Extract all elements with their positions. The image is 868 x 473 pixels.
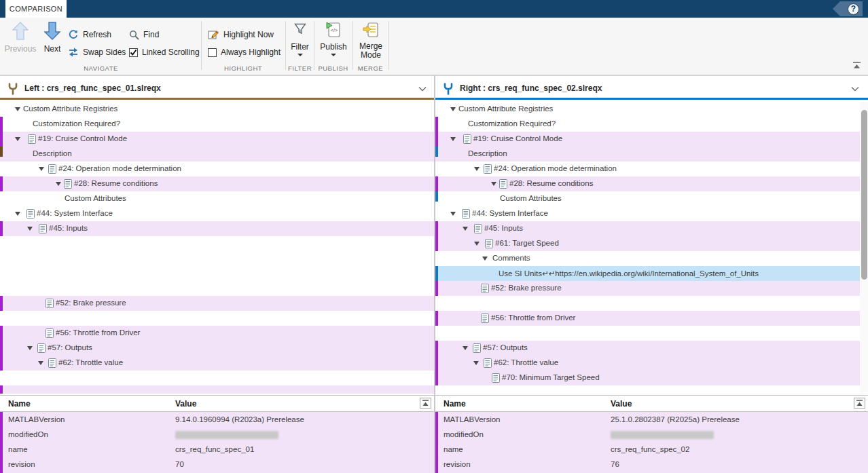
swap-sides-button[interactable]: Swap Sides xyxy=(68,46,126,58)
expander-icon[interactable] xyxy=(474,242,480,246)
tree-row[interactable]: #19: Cruise Control Mode xyxy=(435,132,860,147)
always-highlight-checkbox[interactable]: Always Highlight xyxy=(208,46,281,58)
expander-icon[interactable] xyxy=(15,137,20,141)
tree-row[interactable]: Use SI Units↵↵https://en.wikipedia.org/w… xyxy=(435,266,860,281)
collapse-properties-button[interactable] xyxy=(420,398,431,409)
tree-row[interactable]: #56: Throttle from Driver xyxy=(0,326,434,341)
expander-icon[interactable] xyxy=(450,212,456,216)
tree-row[interactable]: Custom Attribute Registries xyxy=(435,102,860,117)
previous-button[interactable]: Previous xyxy=(4,22,37,69)
property-row[interactable]: modifiedOn xyxy=(438,428,868,442)
property-row[interactable]: revision70 xyxy=(3,457,434,472)
purple-change-marker xyxy=(0,221,3,236)
tree-row[interactable]: #62: Throttle value xyxy=(0,356,434,371)
expander-icon[interactable] xyxy=(27,227,33,231)
tree-row[interactable]: #28: Resume conditions xyxy=(0,176,434,191)
refresh-button[interactable]: Refresh xyxy=(68,29,111,41)
merge-mode-button[interactable]: Merge Mode xyxy=(353,22,388,69)
tree-row[interactable]: Custom Attributes xyxy=(435,191,860,206)
tree-row[interactable]: #19: Cruise Control Mode xyxy=(0,132,434,147)
expander-icon[interactable] xyxy=(482,257,488,261)
tree-row-label: #28: Resume conditions xyxy=(74,179,158,187)
left-pane-header[interactable]: Left : crs_req_func_spec_01.slreqx xyxy=(0,79,434,100)
property-value: crs_req_func_spec_02 xyxy=(611,445,689,453)
expander-icon[interactable] xyxy=(463,346,468,350)
expander-icon[interactable] xyxy=(15,212,20,216)
tab-comparison[interactable]: COMPARISON xyxy=(5,0,67,18)
tree-row-label: #62: Throttle value xyxy=(58,358,123,366)
expander-icon[interactable] xyxy=(56,182,61,186)
tree-row[interactable]: #57: Outputs xyxy=(435,341,860,356)
right-tree-scrollbar[interactable] xyxy=(860,102,868,394)
filter-button[interactable]: Filter xyxy=(286,22,314,69)
expander-icon[interactable] xyxy=(27,346,33,350)
chevron-down-icon[interactable] xyxy=(851,86,859,92)
property-row[interactable]: namecrs_req_func_spec_02 xyxy=(438,442,868,457)
right-file-fork-icon xyxy=(443,83,454,95)
tree-row[interactable]: Description xyxy=(0,147,434,162)
tree-row[interactable]: #28: Resume conditions xyxy=(435,176,860,191)
property-value: 70 xyxy=(175,460,184,468)
expander-icon[interactable] xyxy=(474,167,480,171)
tree-row[interactable]: #45: Inputs xyxy=(435,221,860,236)
tree-row[interactable]: #52: Brake pressure xyxy=(435,281,860,296)
collapse-toolstrip-button[interactable] xyxy=(851,60,863,71)
tree-row-label: #24: Operation mode determination xyxy=(58,164,181,172)
tree-row[interactable]: Customization Required? xyxy=(0,117,434,132)
tree-row[interactable]: #62: Throttle value xyxy=(435,356,860,371)
tree-row[interactable]: #44: System Interface xyxy=(435,206,860,221)
property-row[interactable]: MATLABVersion25.1.0.2802387 (R2025a) Pre… xyxy=(438,413,868,428)
tree-row[interactable]: Description xyxy=(435,147,860,162)
tree-row[interactable]: #45: Inputs xyxy=(0,221,434,236)
tree-row[interactable]: Custom Attributes xyxy=(0,191,434,206)
find-button[interactable]: Find xyxy=(129,29,159,41)
comparison-tool-window: COMPARISON ? Previous Next Refresh xyxy=(0,0,868,473)
tree-row[interactable]: #70: Minimum Target Speed xyxy=(435,371,860,385)
tree-row[interactable]: #24: Operation mode determination xyxy=(0,162,434,176)
property-value: 9.14.0.1960994 (R2023a) Prerelease xyxy=(175,415,304,423)
properties-header-row: NameValue xyxy=(435,396,868,412)
tree-row[interactable]: #56: Throttle from Driver xyxy=(435,311,860,326)
next-button[interactable]: Next xyxy=(39,22,65,69)
filter-dropdown-caret xyxy=(297,54,303,56)
expander-icon[interactable] xyxy=(450,137,456,141)
highlight-now-button[interactable]: Highlight Now xyxy=(208,29,274,41)
tree-row-spacer xyxy=(435,326,860,341)
collapse-properties-button[interactable] xyxy=(854,398,865,409)
expander-icon[interactable] xyxy=(15,107,20,111)
tree-row[interactable]: #61: Target Speed xyxy=(435,236,860,251)
expander-icon[interactable] xyxy=(491,182,496,186)
filter-section-label: FILTER xyxy=(286,64,314,73)
tree-row[interactable]: Custom Attribute Registries xyxy=(0,102,434,117)
chevron-down-icon[interactable] xyxy=(418,86,427,92)
tree-row[interactable]: #24: Operation mode determination xyxy=(435,162,860,176)
tree-row[interactable]: Customization Required? xyxy=(435,117,860,132)
purple-change-marker xyxy=(435,371,438,385)
property-row[interactable]: modifiedOn xyxy=(3,428,434,442)
scrollbar-thumb[interactable] xyxy=(861,110,867,280)
tree-row[interactable]: #44: System Interface xyxy=(0,206,434,221)
right-pane-accent-bar xyxy=(435,98,868,100)
help-button[interactable]: ? xyxy=(833,1,863,16)
linked-scrolling-checkbox[interactable]: Linked Scrolling xyxy=(129,46,200,58)
tree-row[interactable]: #57: Outputs xyxy=(0,341,434,356)
property-row[interactable]: MATLABVersion9.14.0.1960994 (R2023a) Pre… xyxy=(3,413,434,428)
purple-change-marker xyxy=(0,296,3,311)
expander-icon[interactable] xyxy=(463,227,468,231)
requirement-icon xyxy=(48,358,56,371)
property-row[interactable]: revision76 xyxy=(438,457,868,472)
blue-change-marker xyxy=(435,147,438,157)
right-comparison-tree: Custom Attribute RegistriesCustomization… xyxy=(435,102,860,394)
properties-body: MATLABVersion25.1.0.2802387 (R2025a) Pre… xyxy=(435,412,868,473)
expander-icon[interactable] xyxy=(38,361,43,365)
right-pane-header[interactable]: Right : crs_req_func_spec_02.slreqx xyxy=(435,79,868,100)
property-row[interactable]: namecrs_req_func_spec_01 xyxy=(3,442,434,457)
expander-icon[interactable] xyxy=(450,107,456,111)
expander-icon[interactable] xyxy=(473,361,479,365)
property-name: MATLABVersion xyxy=(444,415,501,423)
properties-header-row: NameValue xyxy=(0,396,434,412)
expander-icon[interactable] xyxy=(39,167,44,171)
publish-button[interactable]: </> Publish xyxy=(314,22,352,69)
tree-row[interactable]: Comments xyxy=(435,251,860,266)
tree-row[interactable]: #52: Brake pressure xyxy=(0,296,434,311)
